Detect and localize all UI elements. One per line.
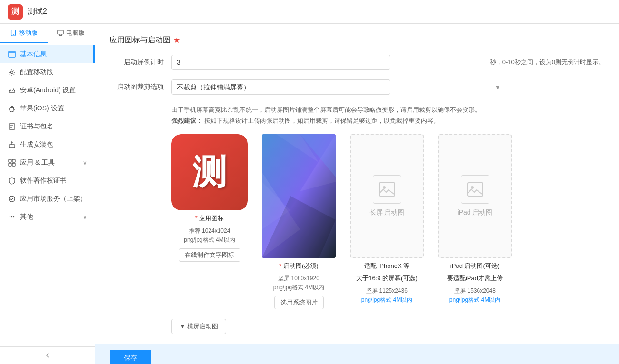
- splash-countdown-suffix: 秒，0-10秒之间，设为0则无倒计时显示。: [490, 58, 605, 67]
- make-text-icon-btn[interactable]: 在线制作文字图标: [179, 248, 240, 262]
- launch-image-desc: 坚屏 1080x1920 png/jpg格式 4M以内: [273, 274, 324, 292]
- image-placeholder-icon: [379, 181, 396, 198]
- other-icon: [8, 213, 16, 221]
- sidebar-item-label: 证书与包名: [20, 122, 87, 131]
- section-title: 应用图标与启动图 ★: [110, 35, 605, 45]
- crop-option-row: 启动图裁剪选项 不裁剪（拉伸铺满屏幕） 裁剪 不裁剪（留边） ▼: [110, 79, 605, 95]
- mobile-icon: [10, 30, 17, 36]
- launch-image-label: * 启动图(必须): [279, 262, 318, 270]
- sidebar-item-package[interactable]: 生成安装包: [0, 136, 95, 154]
- svg-point-12: [12, 90, 13, 91]
- long-screen-box[interactable]: 长屏 启动图: [350, 134, 424, 258]
- sidebar-item-ios[interactable]: 苹果(iOS) 设置: [0, 99, 95, 118]
- app-icon-preview: 测: [171, 134, 248, 210]
- svg-point-11: [10, 90, 11, 91]
- long-screen-upload: 长屏 启动图 适配 iPhoneX 等 大于16:9 的屏幕(可选) 坚屏 11…: [350, 134, 424, 305]
- chevron-down-icon: ∨: [83, 159, 87, 166]
- svg-rect-19: [9, 145, 15, 148]
- app-logo: 测: [8, 4, 23, 20]
- svg-rect-20: [9, 159, 11, 162]
- sidebar-item-label: 应用 & 工具: [20, 158, 79, 167]
- launch-image-box[interactable]: [262, 134, 336, 258]
- sidebar-collapse-btn[interactable]: [0, 346, 95, 364]
- tools-icon: [8, 158, 16, 167]
- landscape-btn-wrap: ▼ 横屏启动图: [171, 319, 605, 334]
- save-btn[interactable]: 保存: [110, 350, 151, 364]
- advisory-text: 由于手机屏幕高宽比杂乱不统一，启动屏图片铺满整个屏幕后可能会导致略微变形，请启用…: [171, 104, 505, 127]
- ipad-placeholder: [461, 175, 489, 204]
- apple-icon: [8, 104, 16, 113]
- svg-rect-13: [9, 124, 15, 129]
- svg-line-9: [10, 89, 11, 89]
- sidebar-item-label: 苹果(iOS) 设置: [20, 104, 87, 113]
- package-icon: [8, 140, 16, 149]
- long-screen-desc: 坚屏 1125x2436 png/jpg格式 4M以内: [361, 286, 412, 305]
- app-icon-desc: 推荐 1024x1024 png/jpg格式 4M以内: [184, 226, 235, 245]
- cert-icon: [8, 122, 16, 131]
- sidebar-item-label: 软件著作权证书: [20, 177, 87, 185]
- sidebar: 移动版 电脑版 基本信息 配置移动版: [0, 24, 95, 364]
- app-icon-upload: 测 * 应用图标 推荐 1024x1024 png/jpg格式 4M以内 在线制…: [171, 134, 248, 262]
- app-icon-label: * 应用图标: [195, 214, 224, 223]
- select-arrow-icon: ▼: [494, 83, 501, 91]
- svg-rect-21: [12, 159, 15, 162]
- chevron-down-icon: ∨: [83, 214, 87, 220]
- svg-point-38: [471, 186, 474, 189]
- sidebar-item-label: 其他: [20, 213, 79, 221]
- svg-point-8: [11, 71, 13, 74]
- app-icon-box[interactable]: 测: [171, 134, 248, 210]
- svg-line-10: [13, 89, 14, 89]
- landscape-btn[interactable]: ▼ 横屏启动图: [171, 319, 226, 334]
- ipad-upload: iPad 启动图 iPad 启动图(可选) 要适配iPad才需上传 坚屏 153…: [438, 134, 512, 305]
- config-icon: [8, 68, 16, 77]
- long-screen-label: 适配 iPhoneX 等: [364, 262, 409, 270]
- sidebar-item-app-tools[interactable]: 应用 & 工具 ∨: [0, 154, 95, 172]
- svg-point-1: [13, 34, 14, 35]
- sidebar-item-copyright[interactable]: 软件著作权证书: [0, 172, 95, 190]
- ipad-box[interactable]: iPad 启动图: [438, 134, 512, 258]
- android-icon: [8, 86, 16, 95]
- crop-option-label: 启动图裁剪选项: [110, 83, 171, 91]
- select-system-image-btn[interactable]: 选用系统图片: [274, 296, 324, 309]
- ipad-optional-label: iPad 启动图(可选): [450, 262, 499, 270]
- info-icon: [8, 50, 16, 59]
- launch-image-preview: [262, 134, 336, 258]
- desktop-icon: [57, 30, 64, 36]
- svg-rect-6: [9, 51, 15, 57]
- tab-mobile[interactable]: 移动版: [0, 24, 48, 43]
- sidebar-item-label: 安卓(Android) 设置: [20, 86, 87, 95]
- header: 测 测试2: [0, 0, 619, 24]
- splash-countdown-input[interactable]: [171, 55, 390, 70]
- sidebar-item-android[interactable]: 安卓(Android) 设置: [0, 81, 95, 99]
- svg-rect-37: [468, 183, 483, 196]
- ipad-desc: 坚屏 1536x2048 png/jpg格式 4M以内: [449, 286, 500, 305]
- sidebar-item-label: 生成安装包: [20, 140, 87, 149]
- crop-option-select[interactable]: 不裁剪（拉伸铺满屏幕） 裁剪 不裁剪（留边）: [171, 79, 390, 95]
- main-content: 应用图标与启动图 ★ 启动屏倒计时 秒，0-10秒之间，设为0则无倒计时显示。 …: [95, 24, 619, 364]
- launch-image-upload: * 启动图(必须) 坚屏 1080x1920 png/jpg格式 4M以内 选用…: [262, 134, 336, 309]
- svg-point-36: [383, 186, 386, 189]
- sidebar-item-other[interactable]: 其他 ∨: [0, 208, 95, 226]
- ipad-title: iPad 启动图: [458, 208, 493, 217]
- svg-rect-22: [9, 163, 11, 166]
- upload-grid: 测 * 应用图标 推荐 1024x1024 png/jpg格式 4M以内 在线制…: [171, 134, 605, 309]
- tab-desktop[interactable]: 电脑版: [48, 24, 95, 43]
- sidebar-item-appstore[interactable]: 应用市场服务（上架）: [0, 190, 95, 208]
- svg-rect-23: [12, 163, 15, 166]
- ipad-image-placeholder-icon: [467, 181, 484, 198]
- required-mark: ★: [173, 36, 180, 45]
- launch-geo-svg: [262, 134, 336, 258]
- svg-rect-2: [58, 30, 63, 34]
- long-screen-placeholder: [373, 175, 401, 204]
- sidebar-item-cert[interactable]: 证书与包名: [0, 118, 95, 136]
- collapse-icon: [44, 352, 51, 359]
- store-icon: [8, 195, 16, 203]
- sidebar-item-label: 配置移动版: [20, 68, 87, 77]
- sidebar-item-basic-info[interactable]: 基本信息: [0, 45, 95, 63]
- sidebar-tabs: 移动版 电脑版: [0, 24, 95, 43]
- svg-point-27: [13, 216, 14, 217]
- sidebar-item-label: 基本信息: [20, 50, 86, 59]
- splash-countdown-label: 启动屏倒计时: [110, 58, 171, 67]
- splash-countdown-row: 启动屏倒计时 秒，0-10秒之间，设为0则无倒计时显示。: [110, 55, 605, 70]
- sidebar-item-config-mobile[interactable]: 配置移动版: [0, 63, 95, 81]
